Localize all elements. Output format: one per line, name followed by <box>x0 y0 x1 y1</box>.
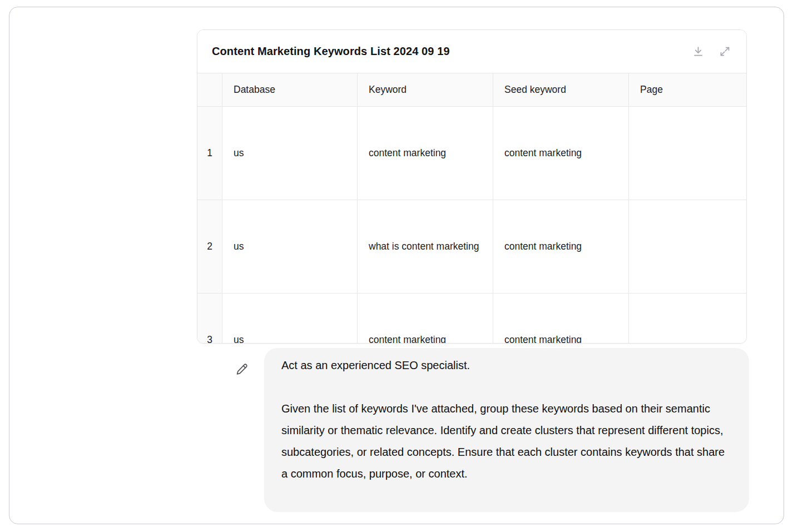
column-header-database: Database <box>222 73 358 107</box>
row-number: 1 <box>197 107 222 200</box>
content-frame: Content Marketing Keywords List 2024 09 … <box>9 7 784 524</box>
cell-seed-keyword: content marketing <box>493 200 629 294</box>
cell-keyword: content marketing <box>358 294 493 344</box>
row-number: 2 <box>197 200 222 294</box>
page: Content Marketing Keywords List 2024 09 … <box>0 0 793 532</box>
cell-database: us <box>222 107 358 200</box>
attachment-card: Content Marketing Keywords List 2024 09 … <box>197 29 747 344</box>
card-actions <box>692 46 731 58</box>
cell-page <box>629 107 746 200</box>
column-header-seed-keyword: Seed keyword <box>493 73 629 107</box>
cell-database: us <box>222 200 358 294</box>
expand-icon[interactable] <box>718 46 731 58</box>
user-message-text: Act as an experienced SEO specialist. Gi… <box>281 355 732 485</box>
card-title: Content Marketing Keywords List 2024 09 … <box>212 45 450 58</box>
pencil-icon[interactable] <box>234 361 250 377</box>
cell-page <box>629 294 746 344</box>
user-message-bubble: Act as an experienced SEO specialist. Gi… <box>264 348 749 512</box>
column-header-keyword: Keyword <box>358 73 493 107</box>
card-header: Content Marketing Keywords List 2024 09 … <box>197 30 746 73</box>
cell-seed-keyword: content marketing <box>493 294 629 344</box>
table-corner-cell <box>197 73 222 107</box>
row-number: 3 <box>197 294 222 344</box>
cell-keyword: content marketing <box>358 107 493 200</box>
cell-page <box>629 200 746 294</box>
cell-keyword: what is content marketing <box>358 200 493 294</box>
keywords-table: Database Keyword Seed keyword Page 1 us … <box>197 73 746 344</box>
cell-database: us <box>222 294 358 344</box>
column-header-page: Page <box>629 73 746 107</box>
download-icon[interactable] <box>692 46 704 58</box>
cell-seed-keyword: content marketing <box>493 107 629 200</box>
